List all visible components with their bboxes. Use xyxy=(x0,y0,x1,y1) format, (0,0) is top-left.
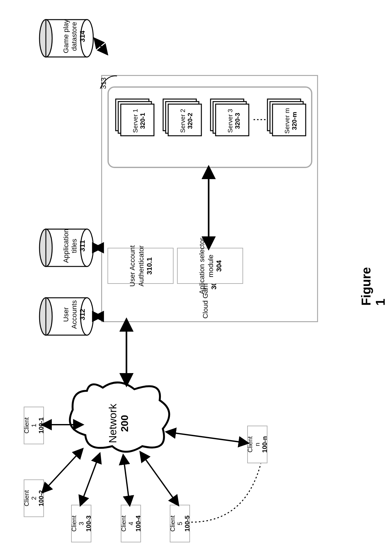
client-2-box: Client 2100-2 xyxy=(24,479,44,517)
network-label: Network 200 xyxy=(107,400,131,447)
server-m-label: Server m 320-m xyxy=(284,107,298,135)
svg-line-32 xyxy=(141,453,178,505)
client-4-box: Client 4100-4 xyxy=(121,505,141,542)
server-3-label: Server 3 320-3 xyxy=(227,107,241,135)
svg-point-22 xyxy=(40,20,52,57)
gameplay-label: Game play datastore 314 xyxy=(62,17,87,55)
dotted-curve-icon xyxy=(190,462,285,535)
svg-line-31 xyxy=(123,456,130,505)
client-n-box: Client n100-n xyxy=(247,426,267,463)
server-1-label: Server 1 320-1 xyxy=(132,107,146,135)
svg-point-16 xyxy=(40,298,52,335)
auth-ref: 310.1 xyxy=(145,257,153,274)
application-titles-label: Application titles 311 xyxy=(62,227,87,265)
svg-point-19 xyxy=(40,229,52,266)
application-selector-box: Aplication selector module 304 xyxy=(177,248,243,284)
auth-title: User Account Authenticator xyxy=(128,245,145,287)
selector-ref: 304 xyxy=(215,260,223,272)
client-1-box: Client 1100-1 xyxy=(24,407,44,444)
user-accounts-label: User Accounts 312 xyxy=(62,297,87,332)
figure-caption: Figure 1 xyxy=(359,267,388,306)
selector-title: Aplication selector module xyxy=(198,238,214,294)
svg-line-25 xyxy=(95,39,107,54)
svg-line-33 xyxy=(167,432,248,443)
svg-line-30 xyxy=(81,454,100,505)
user-account-authenticator-box: User Account Authenticator 310.1 xyxy=(107,248,174,284)
client-3-box: Client 3100-3 xyxy=(71,505,91,542)
client-5-box: Client 5100-5 xyxy=(170,505,190,542)
server-2-label: Server 2 320-2 xyxy=(179,107,194,135)
